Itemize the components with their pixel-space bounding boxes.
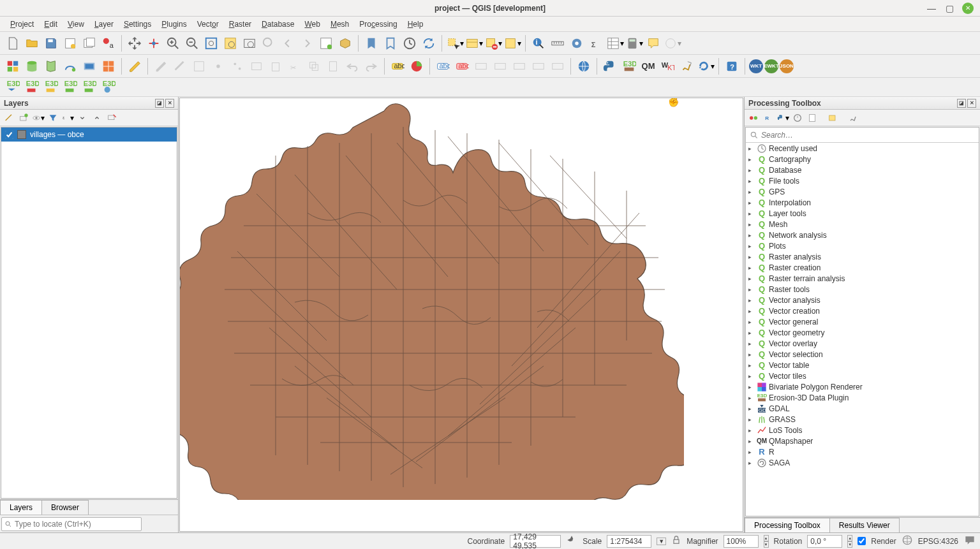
plugin-reloader-button[interactable]: ▾ — [697, 57, 715, 75]
measure-button[interactable] — [549, 34, 567, 52]
new-spatialite-button[interactable] — [61, 57, 79, 75]
expand-arrow-icon[interactable]: ▸ — [748, 351, 755, 358]
lock-scale-icon[interactable] — [671, 535, 681, 547]
new-mesh-layer-button[interactable] — [100, 57, 117, 75]
new-geopackage-button[interactable] — [23, 57, 41, 75]
expand-arrow-icon[interactable]: ▸ — [748, 406, 755, 412]
label-toolbar-button[interactable]: abc — [389, 57, 406, 75]
zoom-in-button[interactable] — [164, 34, 182, 52]
new-print-layout-button[interactable] — [61, 34, 79, 52]
processing-item-qmapshaper[interactable]: ▸QMQMapshaper — [746, 436, 979, 446]
zoom-out-button[interactable] — [183, 34, 201, 52]
edit-in-place-icon[interactable] — [826, 112, 839, 124]
expand-arrow-icon[interactable]: ▸ — [748, 167, 755, 173]
processing-item-interpolation[interactable]: ▸QInterpolation — [746, 197, 979, 208]
expand-arrow-icon[interactable]: ▸ — [748, 308, 755, 314]
menu-settings[interactable]: Settings — [119, 18, 156, 31]
zoom-selection-button[interactable] — [221, 34, 239, 52]
maximize-button[interactable]: ▢ — [944, 3, 954, 13]
menu-mesh[interactable]: Mesh — [325, 18, 354, 31]
processing-item-gdal[interactable]: ▸GDALGDAL — [746, 403, 979, 414]
json-plugin-icon[interactable]: JSON — [780, 59, 794, 73]
expand-arrow-icon[interactable]: ▸ — [748, 254, 755, 260]
processing-item-network-analysis[interactable]: ▸QNetwork analysis — [746, 230, 979, 240]
layer-row-villages[interactable]: villages — obce — [1, 128, 177, 142]
expand-arrow-icon[interactable]: ▸ — [748, 395, 755, 401]
e3d-5-button[interactable]: E3D — [80, 78, 98, 96]
layers-tree[interactable]: villages — obce — [1, 127, 177, 499]
python-scripts-icon[interactable]: ▾ — [776, 112, 789, 124]
expand-arrow-icon[interactable]: ▸ — [748, 319, 755, 325]
expand-arrow-icon[interactable]: ▸ — [748, 145, 755, 152]
filter-expression-icon[interactable]: ε▾ — [61, 112, 74, 124]
tab-layers[interactable]: Layers — [0, 500, 42, 515]
processing-item-vector-tiles[interactable]: ▸QVector tiles — [746, 370, 979, 381]
expand-arrow-icon[interactable]: ▸ — [748, 265, 755, 271]
expand-arrow-icon[interactable]: ▸ — [748, 373, 755, 379]
collapse-all-icon[interactable] — [91, 112, 103, 124]
expand-arrow-icon[interactable]: ▸ — [748, 330, 755, 336]
scale-field[interactable]: 1:275434 — [607, 535, 651, 548]
processing-search-input[interactable] — [761, 131, 975, 140]
diagram-button[interactable] — [408, 57, 426, 75]
expand-arrow-icon[interactable]: ▸ — [748, 232, 755, 238]
maptips-button[interactable] — [644, 34, 662, 52]
menu-database[interactable]: Database — [256, 18, 299, 31]
select-features-button[interactable]: ▾ — [446, 34, 464, 52]
processing-item-saga[interactable]: ▸SAGA — [746, 457, 979, 468]
e3d-1-button[interactable]: E3D — [4, 78, 22, 96]
style-manager-button[interactable]: a — [100, 34, 117, 52]
processing-item-database[interactable]: ▸QDatabase — [746, 165, 979, 175]
processing-item-gps[interactable]: ▸QGPS — [746, 186, 979, 197]
menu-vector[interactable]: Vector — [192, 18, 224, 31]
tab-browser[interactable]: Browser — [41, 500, 89, 515]
expand-arrow-icon[interactable]: ▸ — [748, 200, 755, 206]
coordinate-field[interactable]: 17,429 49,535 — [510, 535, 561, 548]
scale-dropdown-button[interactable]: ▼ — [657, 538, 666, 545]
attributes-button[interactable]: ▾ — [606, 34, 624, 52]
processing-item-vector-selection[interactable]: ▸QVector selection — [746, 349, 979, 360]
menu-layer[interactable]: Layer — [89, 18, 119, 31]
e3d-3-button[interactable]: E3D — [42, 78, 60, 96]
help-button[interactable]: ? — [723, 57, 741, 75]
expand-arrow-icon[interactable]: ▸ — [748, 384, 755, 390]
expand-arrow-icon[interactable]: ▸ — [748, 427, 755, 434]
expand-arrow-icon[interactable]: ▸ — [748, 340, 755, 347]
panel-close-button[interactable]: ✕ — [165, 99, 174, 108]
e3d-2-button[interactable]: E3D — [23, 78, 41, 96]
deselect-button[interactable]: ▾ — [484, 34, 502, 52]
menu-view[interactable]: View — [63, 18, 89, 31]
toggle-extents-icon[interactable] — [566, 534, 577, 548]
rotation-down-button[interactable]: ▼ — [847, 541, 852, 548]
processing-item-vector-general[interactable]: ▸QVector general — [746, 316, 979, 327]
temporal-button[interactable] — [401, 34, 419, 52]
expand-arrow-icon[interactable]: ▸ — [748, 221, 755, 228]
metasearch-button[interactable] — [575, 57, 593, 75]
menu-processing[interactable]: Processing — [354, 18, 402, 31]
statistics-button[interactable]: Σ — [587, 34, 605, 52]
menu-plugins[interactable]: Plugins — [156, 18, 191, 31]
ewkt-plugin-icon[interactable]: EWKT — [764, 59, 778, 73]
new-virtual-layer-button[interactable] — [80, 57, 98, 75]
e3d-6-button[interactable]: E3D — [100, 78, 117, 96]
refresh-button[interactable] — [420, 34, 438, 52]
processing-close-button[interactable]: ✕ — [967, 99, 976, 108]
processing-item-raster-tools[interactable]: ▸QRaster tools — [746, 284, 979, 295]
expand-arrow-icon[interactable]: ▸ — [748, 362, 755, 369]
processing-item-recently-used[interactable]: ▸Recently used — [746, 143, 979, 154]
layer-visibility-checkbox[interactable] — [5, 131, 13, 139]
new-shapefile-button[interactable] — [42, 57, 60, 75]
zoom-layer-button[interactable] — [241, 34, 258, 52]
tab-processing-toolbox[interactable]: Processing Toolbox — [745, 518, 830, 532]
python-console-button[interactable] — [601, 57, 619, 75]
expand-arrow-icon[interactable]: ▸ — [748, 460, 755, 466]
filter-legend-icon[interactable] — [47, 112, 59, 124]
magnifier-field[interactable]: 100% — [724, 535, 759, 548]
processing-item-raster-terrain-analysis[interactable]: ▸QRaster terrain analysis — [746, 273, 979, 284]
expand-arrow-icon[interactable]: ▸ — [748, 449, 755, 455]
processing-item-grass[interactable]: ▸GRASS — [746, 414, 979, 425]
e3d-button[interactable]: E3D — [620, 57, 638, 75]
layout-manager-button[interactable] — [80, 34, 98, 52]
magnifier-down-button[interactable]: ▼ — [764, 541, 769, 548]
identify-button[interactable]: i — [530, 34, 547, 52]
